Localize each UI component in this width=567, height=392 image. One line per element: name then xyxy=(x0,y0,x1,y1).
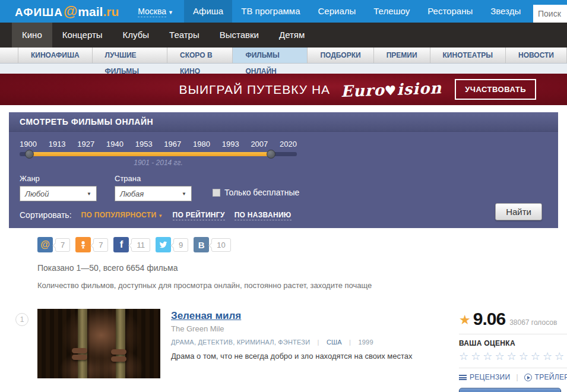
tab-coming-soon[interactable]: СКОРО В КИНО xyxy=(167,48,233,63)
afisha-mailru-logo[interactable]: АФИША @ mail .ru xyxy=(15,3,119,20)
year-slider-track[interactable] xyxy=(20,152,297,156)
mailru-at-icon: @ xyxy=(64,3,77,20)
movie-year: 1999 xyxy=(358,339,373,346)
movie-genres-links[interactable]: ДРАМА, ДЕТЕКТИВ, КРИМИНАЛ, ФЭНТЕЗИ xyxy=(171,339,310,346)
free-only-checkbox[interactable] xyxy=(213,189,220,197)
header-nav: Афиша ТВ программа Сериалы Телешоу Ресто… xyxy=(184,0,530,23)
country-select-value: Любая xyxy=(120,189,144,198)
genre-select[interactable]: Любой ▼ xyxy=(20,186,97,201)
odnoklassniki-share-count: 7 xyxy=(93,238,108,252)
user-rating-stars[interactable]: ☆☆☆☆☆☆☆☆☆☆ xyxy=(459,350,567,363)
section-nav-clubs[interactable]: Клубы xyxy=(113,23,160,48)
trailers-link[interactable]: ТРЕЙЛЕРЫ xyxy=(524,373,567,381)
sort-row: Сортировать: ПО ПОПУЛЯРНОСТИ▼ ПО РЕЙТИНГ… xyxy=(20,210,547,220)
country-label: Страна xyxy=(115,174,192,183)
sort-by-title[interactable]: ПО НАЗВАНИЮ xyxy=(235,211,292,219)
star-icon: ★ xyxy=(459,312,471,328)
chevron-down-icon: ▼ xyxy=(158,213,163,219)
year-slider-handle-max[interactable] xyxy=(267,150,275,159)
year-tick: 2020 xyxy=(280,140,297,148)
movie-list-item: 1 Зеленая миля The Green Mile ДРАМА, ДЕТ… xyxy=(0,309,567,392)
year-tick: 1940 xyxy=(106,140,123,148)
city-selector[interactable]: Москва▼ xyxy=(138,7,173,16)
header-nav-afisha[interactable]: Афиша xyxy=(184,0,232,23)
section-nav-kino[interactable]: Кино xyxy=(12,23,52,48)
movie-poster[interactable] xyxy=(37,309,160,378)
eurovision-logo: Euro♥ision xyxy=(341,79,442,100)
divider xyxy=(459,334,567,334)
results-summary: Показано 1—50, всего 6654 фильма xyxy=(37,263,567,273)
watch-button[interactable]: ▶Смотреть за 29 ₽ xyxy=(459,388,561,392)
free-only-option[interactable]: Только бесплатные xyxy=(213,188,299,197)
year-slider-handle-min[interactable] xyxy=(25,150,34,159)
movie-info: Зеленая миля The Green Mile ДРАМА, ДЕТЕК… xyxy=(171,309,435,392)
tab-films-online[interactable]: ФИЛЬМЫ ОНЛАЙН xyxy=(233,48,308,63)
movie-title-link[interactable]: Зеленая миля xyxy=(171,310,241,322)
chevron-down-icon: ▼ xyxy=(168,10,173,15)
movie-description: Драма о том, что не всегда добро и зло н… xyxy=(171,352,435,361)
year-range-label: 1901 - 2014 гг. xyxy=(20,159,297,167)
header-nav-restaurants[interactable]: Рестораны xyxy=(419,0,482,23)
your-rating-label: ВАША ОЦЕНКА xyxy=(459,339,567,347)
divider xyxy=(459,368,567,368)
poster-art xyxy=(111,356,126,362)
header-nav-teleshow[interactable]: Телешоу xyxy=(365,0,419,23)
free-only-label: Только бесплатные xyxy=(224,188,299,197)
year-tick: 1953 xyxy=(135,140,153,148)
find-button[interactable]: Найти xyxy=(495,203,542,220)
facebook-share-count: 11 xyxy=(131,238,150,252)
vkontakte-share-count: 10 xyxy=(211,238,230,252)
poster-art xyxy=(116,309,125,378)
header-nav-serials[interactable]: Сериалы xyxy=(309,0,365,23)
tab-collections[interactable]: ПОДБОРКИ xyxy=(308,48,373,63)
rating-row: ★ 9.06 38067 голосов xyxy=(459,309,567,329)
mailru-share-count: 7 xyxy=(55,238,70,252)
banner-text: ВЫИГРАЙ ПУТЕВКУ НА xyxy=(179,83,330,97)
year-tick: 1900 xyxy=(20,140,37,148)
section-nav: Кино Концерты Клубы Театры Выставки Детя… xyxy=(0,23,567,48)
spacer-strip xyxy=(0,64,567,74)
poster-art xyxy=(111,349,126,355)
logo-mail-text: mail xyxy=(78,5,103,19)
votes-count: 38067 голосов xyxy=(509,318,557,327)
tab-cinemas[interactable]: КИНОТЕАТРЫ xyxy=(430,48,506,63)
year-slider-labels: 1900 1913 1927 1940 1953 1967 1980 1993 … xyxy=(20,140,297,148)
tab-awards[interactable]: ПРЕМИИ xyxy=(374,48,430,63)
reviews-link[interactable]: РЕЦЕНЗИИ xyxy=(459,373,510,381)
list-icon xyxy=(459,375,467,380)
city-label: Москва xyxy=(138,7,166,17)
facebook-share-icon[interactable]: f xyxy=(113,237,129,252)
mailru-share-icon[interactable]: @ xyxy=(37,237,53,252)
year-tick: 1927 xyxy=(77,140,94,148)
person-icon xyxy=(78,240,88,249)
movie-country-link[interactable]: США xyxy=(327,339,342,346)
vkontakte-share-icon[interactable]: B xyxy=(194,237,209,252)
year-slider: 1900 1913 1927 1940 1953 1967 1980 1993 … xyxy=(20,140,297,167)
section-nav-theatres[interactable]: Театры xyxy=(159,23,210,48)
heart-icon: ♥ xyxy=(384,82,397,98)
eurovision-banner[interactable]: ВЫИГРАЙ ПУТЕВКУ НА Euro♥ision УЧАСТВОВАТ… xyxy=(0,74,567,105)
movie-links-row: РЕЦЕНЗИИ | ТРЕЙЛЕРЫ xyxy=(459,373,567,381)
participate-button[interactable]: УЧАСТВОВАТЬ xyxy=(455,79,536,100)
section-nav-concerts[interactable]: Концерты xyxy=(52,23,113,48)
section-nav-kids[interactable]: Детям xyxy=(269,23,315,48)
sort-by-rating[interactable]: ПО РЕЙТИНГУ xyxy=(173,211,225,219)
meta-divider: | xyxy=(318,339,319,346)
genre-select-value: Любой xyxy=(25,189,49,198)
header-nav-stars[interactable]: Звезды xyxy=(482,0,530,23)
section-nav-exhibitions[interactable]: Выставки xyxy=(210,23,269,48)
search-input[interactable] xyxy=(533,5,567,23)
twitter-share-icon[interactable] xyxy=(156,237,171,252)
country-select[interactable]: Любая ▼ xyxy=(115,186,192,201)
odnoklassniki-share-icon[interactable] xyxy=(75,237,91,252)
filter-panel-body: 1900 1913 1927 1940 1953 1967 1980 1993 … xyxy=(9,132,558,228)
filter-panel: СМОТРЕТЬ ФИЛЬМЫ ОНЛАЙН 1900 1913 1927 19… xyxy=(9,112,558,228)
genre-label: Жанр xyxy=(20,174,97,183)
filter-form-row: Жанр Любой ▼ Страна Любая ▼ Только беспл… xyxy=(20,174,547,201)
sort-by-popularity[interactable]: ПО ПОПУЛЯРНОСТИ▼ xyxy=(81,211,163,219)
tab-kinoafisha[interactable]: КИНОАФИША xyxy=(18,48,93,63)
tab-best-films[interactable]: ЛУЧШИЕ ФИЛЬМЫ xyxy=(93,48,167,63)
header-nav-tv[interactable]: ТВ программа xyxy=(232,0,309,23)
logo-ru-text: .ru xyxy=(103,5,119,19)
tab-news[interactable]: НОВОСТИ xyxy=(506,48,567,63)
